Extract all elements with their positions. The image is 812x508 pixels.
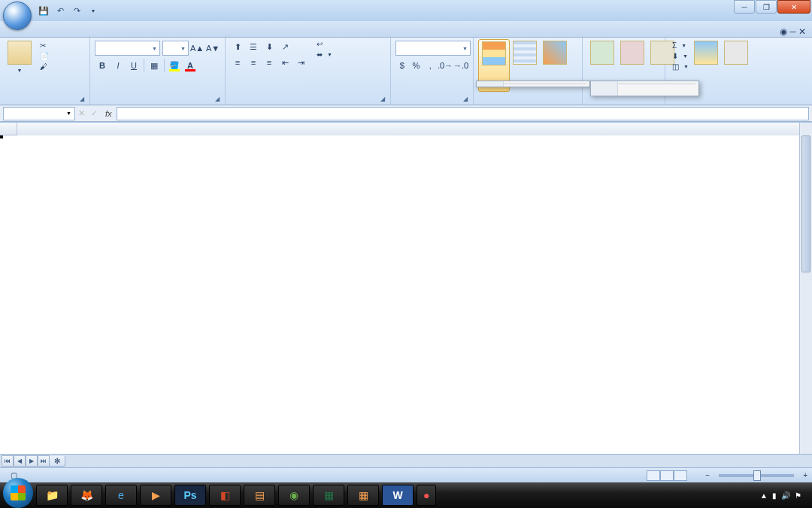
align-center-button[interactable]: ≡: [246, 55, 261, 70]
font-size-combo[interactable]: ▼: [162, 41, 189, 56]
find-icon: [724, 41, 748, 65]
taskbar-firefox[interactable]: 🦊: [71, 485, 102, 506]
format-painter-button[interactable]: 🖌: [38, 62, 53, 71]
number-dialog-launcher[interactable]: ◢: [463, 96, 471, 103]
find-select-button[interactable]: [721, 39, 751, 92]
taskbar-explorer[interactable]: 📁: [36, 485, 68, 506]
eraser-icon: ◫: [672, 62, 679, 71]
scissors-icon: ✂: [40, 41, 46, 50]
enter-formula-icon[interactable]: ✓: [91, 108, 98, 118]
office-button[interactable]: [3, 2, 32, 30]
align-top-button[interactable]: ⬆: [230, 39, 245, 54]
qat-customize-icon[interactable]: ▼: [86, 3, 101, 18]
sort-icon: [694, 41, 718, 65]
more-rules-item[interactable]: [591, 87, 698, 96]
align-bottom-button[interactable]: ⬇: [262, 39, 277, 54]
sheet-nav-next[interactable]: ▶: [26, 455, 38, 467]
align-left-button[interactable]: ≡: [230, 55, 245, 70]
cancel-formula-icon[interactable]: ✕: [78, 108, 85, 118]
copy-button[interactable]: 📄: [38, 51, 53, 61]
sigma-icon: Σ: [672, 41, 677, 50]
insert-icon: [590, 41, 614, 65]
qat-redo-icon[interactable]: ↷: [69, 3, 84, 18]
alignment-dialog-launcher[interactable]: ◢: [380, 96, 388, 103]
comma-button[interactable]: ,: [423, 58, 437, 73]
conditional-formatting-icon: [482, 41, 506, 65]
font-name-combo[interactable]: ▼: [95, 41, 160, 56]
copy-icon: 📄: [40, 52, 49, 60]
font-color-button[interactable]: A: [183, 58, 198, 73]
shrink-font-button[interactable]: A▼: [205, 41, 220, 56]
decrease-indent-button[interactable]: ⇤: [277, 55, 292, 70]
help-icon[interactable]: ◉ ─ ✕: [780, 26, 806, 37]
zoom-in-button[interactable]: +: [803, 471, 807, 479]
cell-styles-icon: [543, 41, 567, 65]
wrap-icon: ↩: [317, 40, 323, 48]
font-dialog-launcher[interactable]: ◢: [215, 96, 223, 103]
align-right-button[interactable]: ≡: [262, 55, 277, 70]
orientation-button[interactable]: ↗: [277, 39, 292, 54]
fx-icon[interactable]: fx: [105, 109, 112, 118]
qat-undo-icon[interactable]: ↶: [53, 3, 68, 18]
decrease-decimal-button[interactable]: →.0: [453, 58, 468, 73]
cut-button[interactable]: ✂: [38, 41, 53, 50]
select-all-button[interactable]: [0, 123, 17, 135]
table-icon: [513, 41, 537, 65]
paste-button[interactable]: ▼: [5, 39, 35, 92]
vertical-scrollbar[interactable]: [799, 123, 812, 467]
increase-decimal-button[interactable]: .0→: [438, 58, 453, 73]
clear-button[interactable]: ◫▼: [670, 62, 691, 71]
tray-show-hidden-icon[interactable]: ▲: [760, 491, 768, 500]
taskbar-sublime[interactable]: ▤: [244, 485, 275, 506]
minimize-button[interactable]: ─: [734, 0, 755, 14]
tray-network-icon[interactable]: ▮: [772, 491, 777, 500]
brush-icon: 🖌: [40, 62, 47, 71]
delete-icon: [620, 41, 644, 65]
currency-button[interactable]: $: [395, 58, 409, 73]
autosum-button[interactable]: Σ▼: [670, 41, 691, 50]
qat-save-icon[interactable]: 💾: [36, 3, 51, 18]
fill-color-button[interactable]: 🪣: [167, 58, 182, 73]
align-middle-button[interactable]: ☰: [246, 39, 261, 54]
sheet-nav-last[interactable]: ⏭: [38, 455, 50, 467]
taskbar-ie[interactable]: e: [105, 485, 137, 506]
start-button[interactable]: [3, 478, 33, 508]
taskbar-app2[interactable]: ▦: [347, 485, 379, 506]
bold-button[interactable]: B: [95, 58, 110, 73]
fill-button[interactable]: ⬇▼: [670, 51, 691, 61]
normal-view-button[interactable]: [647, 470, 660, 481]
zoom-slider[interactable]: [719, 474, 794, 477]
taskbar-powerpoint[interactable]: ◧: [209, 485, 241, 506]
taskbar-photoshop[interactable]: Ps: [174, 485, 206, 506]
italic-button[interactable]: I: [111, 58, 126, 73]
taskbar-media[interactable]: ▶: [140, 485, 171, 506]
close-button[interactable]: ✕: [777, 0, 810, 14]
sheet-nav-first[interactable]: ⏮: [2, 455, 14, 467]
fill-down-icon: ⬇: [672, 52, 678, 60]
taskbar-screenrec[interactable]: ●: [417, 485, 436, 506]
tray-volume-icon[interactable]: 🔊: [781, 491, 790, 500]
taskbar-word[interactable]: W: [382, 485, 414, 506]
wrap-text-button[interactable]: ↩: [314, 39, 335, 49]
border-button[interactable]: ▦: [147, 58, 162, 73]
underline-button[interactable]: U: [126, 58, 141, 73]
number-format-combo[interactable]: ▼: [395, 41, 471, 56]
formula-bar[interactable]: [117, 107, 809, 120]
merge-center-button[interactable]: ⬌▼: [314, 50, 335, 59]
increase-indent-button[interactable]: ⇥: [293, 55, 308, 70]
merge-icon: ⬌: [317, 50, 323, 59]
sheet-nav-prev[interactable]: ◀: [14, 455, 26, 467]
page-break-view-button[interactable]: [674, 470, 687, 481]
taskbar-excel[interactable]: ▦: [313, 485, 344, 506]
paste-icon: [8, 41, 32, 65]
grow-font-button[interactable]: A▲: [189, 41, 205, 56]
percent-button[interactable]: %: [410, 58, 423, 73]
new-sheet-button[interactable]: ✻: [49, 456, 65, 467]
zoom-out-button[interactable]: −: [705, 471, 710, 479]
taskbar-app1[interactable]: ◉: [278, 485, 310, 506]
clipboard-dialog-launcher[interactable]: ◢: [80, 96, 87, 103]
restore-button[interactable]: ❐: [756, 0, 777, 14]
name-box[interactable]: ▼: [3, 107, 75, 120]
tray-flag-icon[interactable]: ⚑: [795, 491, 801, 500]
page-layout-view-button[interactable]: [660, 470, 674, 481]
